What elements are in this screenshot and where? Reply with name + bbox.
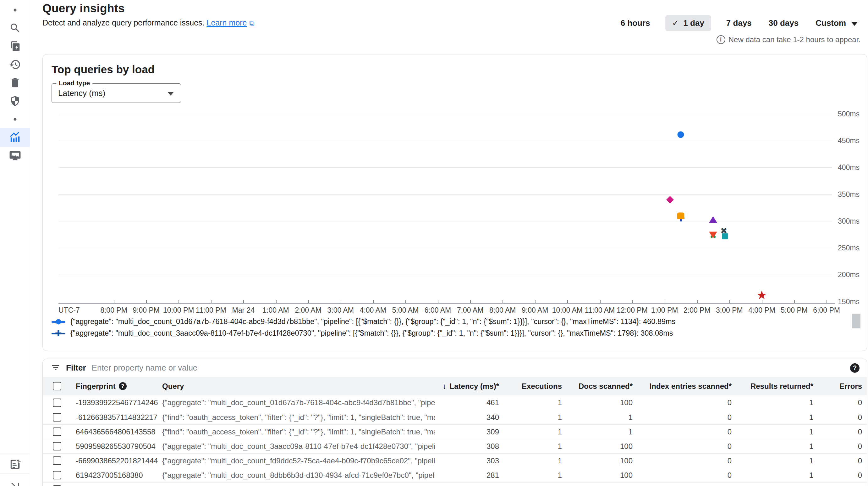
page-title: Query insights <box>42 2 125 15</box>
row-checkbox[interactable] <box>53 471 61 479</box>
column-header-7[interactable]: Results returned* <box>734 382 815 391</box>
column-header-3[interactable]: ↓Latency (ms)* <box>435 382 501 391</box>
column-header-2[interactable]: Query <box>154 382 435 391</box>
metric-cell: 1 <box>734 428 815 436</box>
x-axis-tick <box>146 300 147 303</box>
fingerprint-help-icon[interactable]: ? <box>119 382 127 390</box>
query-insights-icon[interactable] <box>9 131 21 144</box>
table-row[interactable]: -6699038652201821444{"aggregate": "multi… <box>43 453 867 468</box>
data-point-star[interactable]: ★ <box>756 289 767 301</box>
scrollbar-thumb[interactable] <box>852 314 861 328</box>
sidebar <box>0 0 30 486</box>
x-axis-label: 11:00 AM <box>585 306 615 315</box>
collapse-panel-icon[interactable] <box>9 480 21 486</box>
x-axis-label: 3:00 PM <box>716 306 743 315</box>
x-axis-tick <box>243 300 244 303</box>
column-header-5[interactable]: Docs scanned* <box>564 382 634 391</box>
release-notes-sparkle-icon[interactable] <box>9 458 21 470</box>
metric-cell: 100 <box>564 456 634 465</box>
trash-icon[interactable] <box>9 77 21 89</box>
x-axis-label: 8:00 AM <box>489 306 516 315</box>
time-range-custom[interactable]: Custom <box>814 15 860 31</box>
metric-cell: 281 <box>435 471 501 480</box>
data-point-sqsmall[interactable] <box>722 233 728 239</box>
x-axis-tick <box>179 300 179 303</box>
row-checkbox[interactable] <box>53 442 61 451</box>
top-queries-card: Top queries by load Load type Latency (m… <box>42 54 867 351</box>
subtitle-text: Detect and analyze query performance iss… <box>42 18 205 27</box>
column-header-4[interactable]: Executions <box>501 382 564 391</box>
x-axis-label: 10:00 AM <box>552 306 583 315</box>
search-icon[interactable] <box>9 22 21 34</box>
select-all-checkbox[interactable] <box>53 382 61 390</box>
metric-cell: 1 <box>501 413 564 422</box>
overflow-dot-icon <box>13 118 16 121</box>
overflow-dot-icon <box>13 9 16 12</box>
time-range-30-days[interactable]: 30 days <box>767 15 800 31</box>
info-note-text: New data can take 1-2 hours to appear. <box>728 35 861 44</box>
time-range-1-day[interactable]: ✓1 day <box>665 15 711 31</box>
metric-cell: 1 <box>734 471 815 480</box>
table-row[interactable]: 6464365664806143558{"find": "oauth_acces… <box>43 424 867 439</box>
query-cell: {"aggregate": "multi_doc_count_3aacc09a-… <box>154 442 435 451</box>
data-point-tri-up[interactable] <box>709 216 717 223</box>
metric-cell: 1 <box>564 428 634 436</box>
query-document-icon[interactable] <box>9 40 21 53</box>
table-row[interactable]: 5909598265530790504{"aggregate": "multi_… <box>43 439 867 453</box>
metric-cell: 0 <box>634 413 734 422</box>
metric-cell: 308 <box>435 442 501 451</box>
plus-marker-icon: ✚ <box>55 328 62 338</box>
query-table-card: Filter ? Fingerprint?Query↓Latency (ms)*… <box>42 359 867 486</box>
system-insights-icon[interactable] <box>9 149 21 162</box>
table-row[interactable]: -1939399225467714246{"aggregate": "multi… <box>43 395 867 410</box>
column-header-8[interactable]: Errors <box>815 382 867 391</box>
row-checkbox[interactable] <box>53 399 61 407</box>
row-checkbox[interactable] <box>53 428 61 436</box>
learn-more-link[interactable]: Learn more <box>207 18 247 27</box>
load-type-select[interactable]: Load type Latency (ms) <box>52 83 181 103</box>
data-point-tri-down[interactable] <box>709 232 717 238</box>
metric-cell: 0 <box>815 398 867 407</box>
help-icon[interactable]: ? <box>850 363 860 373</box>
external-link-icon: ⧉ <box>249 19 254 27</box>
column-header-1[interactable]: Fingerprint? <box>65 382 154 391</box>
table-row[interactable]: 6194237005168380{"aggregate": "multi_doc… <box>43 468 867 482</box>
time-range-7-days[interactable]: 7 days <box>724 15 754 31</box>
fingerprint-cell: 6464365664806143558 <box>65 428 154 436</box>
history-icon[interactable] <box>9 58 21 71</box>
metric-cell: 303 <box>435 456 501 465</box>
security-shield-icon[interactable] <box>9 95 21 107</box>
y-axis-label: 500ms <box>838 110 868 118</box>
gridline-400 <box>58 167 833 168</box>
sidebar-divider <box>0 454 30 454</box>
column-header-6[interactable]: Index entries scanned* <box>634 382 734 391</box>
legend-marker-plus: ✚ <box>52 330 65 338</box>
row-checkbox[interactable] <box>53 456 61 465</box>
sort-desc-icon[interactable]: ↓ <box>443 382 446 390</box>
x-axis-label: 5:00 PM <box>781 306 808 315</box>
filter-input[interactable] <box>92 363 844 373</box>
x-axis-tick <box>114 300 114 303</box>
metric-cell: 1 <box>734 398 815 407</box>
x-axis-label: 2:00 AM <box>295 306 321 315</box>
y-axis-label: 250ms <box>838 244 868 252</box>
data-point-diamond[interactable] <box>666 196 674 203</box>
table-row[interactable]: -8295002236194316765{"aggregate": "multi… <box>43 482 867 486</box>
x-axis-tick <box>502 300 503 303</box>
card-title: Top queries by load <box>52 63 155 76</box>
fingerprint-cell: -6126638357114832217 <box>65 413 154 422</box>
x-axis-tick <box>632 300 633 303</box>
data-point-square[interactable] <box>677 212 684 219</box>
metric-cell: 1 <box>734 456 815 465</box>
time-range-6-hours[interactable]: 6 hours <box>619 15 652 31</box>
data-point-circle[interactable] <box>678 132 684 138</box>
row-checkbox[interactable] <box>53 413 61 422</box>
circle-marker-icon <box>56 319 61 324</box>
table-row[interactable]: -6126638357114832217{"find": "oauth_acce… <box>43 410 867 424</box>
metric-cell: 0 <box>815 428 867 436</box>
metric-cell: 0 <box>815 456 867 465</box>
x-axis-label: 4:00 AM <box>360 306 386 315</box>
gridline-500 <box>58 114 833 114</box>
metric-cell: 0 <box>815 413 867 422</box>
metric-cell: 100 <box>564 471 634 480</box>
